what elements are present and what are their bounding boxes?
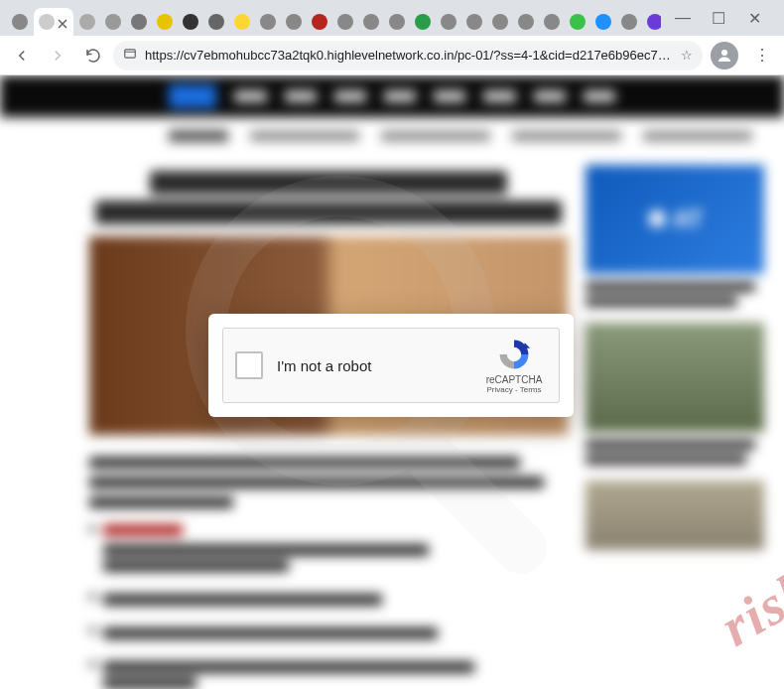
browser-toolbar: https://cv7ebmohubcc73a2tqk0.highlevelne… [0, 36, 784, 75]
sidebar-card: ✽ AT [586, 165, 764, 307]
tab[interactable] [333, 8, 357, 36]
nav-link [584, 90, 615, 102]
tab-favicon [492, 14, 508, 30]
tab[interactable] [437, 8, 460, 36]
url-text: https://cv7ebmohubcc73a2tqk0.highlevelne… [145, 48, 673, 63]
text-line [89, 457, 520, 469]
tab-favicon [621, 14, 637, 30]
bullet-text [103, 657, 568, 689]
headline-line [150, 171, 507, 195]
headline-line [95, 201, 562, 224]
tab[interactable] [411, 8, 435, 36]
reload-button[interactable] [77, 40, 109, 71]
tab-favicon [157, 14, 173, 30]
window-controls: — ☐ ✕ [661, 0, 776, 36]
close-window-button[interactable]: ✕ [740, 4, 768, 32]
tab[interactable] [256, 8, 280, 36]
tab[interactable] [566, 8, 589, 36]
bullet-icon [89, 661, 95, 667]
tab[interactable] [75, 8, 99, 36]
tab[interactable] [179, 8, 202, 36]
bullet-text [103, 522, 568, 576]
tab-favicon [131, 14, 147, 30]
trending-item [250, 131, 359, 141]
tab[interactable] [359, 8, 383, 36]
tab[interactable] [488, 8, 512, 36]
browser-menu-button[interactable]: ⋮ [746, 40, 778, 71]
text-line [586, 282, 755, 292]
tab[interactable] [591, 8, 615, 36]
bookmark-star-icon[interactable]: ☆ [681, 48, 693, 63]
maximize-button[interactable]: ☐ [705, 4, 732, 32]
tag [103, 524, 183, 536]
tab[interactable] [153, 8, 177, 36]
tab[interactable] [230, 8, 254, 36]
captcha-checkbox[interactable] [235, 351, 263, 379]
bullet-text [103, 590, 568, 610]
text-line [103, 627, 438, 639]
text-line [103, 677, 196, 689]
tab[interactable] [101, 8, 125, 36]
tab-favicon [105, 14, 121, 30]
site-logo [169, 84, 216, 108]
sidebar-column: ✽ AT [586, 165, 764, 689]
text-line [586, 455, 746, 465]
text-line [586, 297, 737, 307]
sidebar-image [586, 481, 764, 550]
profile-avatar[interactable] [711, 42, 738, 69]
bullet-text [103, 623, 568, 643]
address-bar[interactable]: https://cv7ebmohubcc73a2tqk0.highlevelne… [113, 41, 703, 70]
text-line [103, 594, 382, 606]
browser-titlebar: + — ☐ ✕ [0, 0, 784, 36]
recaptcha-icon [496, 337, 532, 372]
text-line [103, 560, 289, 572]
tab-favicon [595, 14, 611, 30]
minimize-button[interactable]: — [669, 4, 697, 32]
trending-item [381, 131, 490, 141]
captcha-terms-link[interactable]: Terms [520, 385, 542, 394]
list-item [89, 623, 568, 643]
bullet-icon [89, 526, 95, 532]
tab[interactable] [308, 8, 331, 36]
tab[interactable] [204, 8, 228, 36]
tab[interactable] [617, 8, 641, 36]
close-icon[interactable] [57, 16, 68, 28]
sidebar-card [586, 481, 764, 550]
tab-favicon [312, 14, 327, 30]
text-line [103, 661, 474, 673]
tab-favicon [647, 14, 661, 30]
site-info-icon[interactable] [123, 47, 137, 64]
svg-rect-0 [125, 50, 136, 58]
captcha-card: I'm not a robot reCAPTCHA Privacy - Term… [208, 314, 574, 417]
tab[interactable] [462, 8, 486, 36]
forward-button[interactable] [42, 40, 73, 71]
tab-favicon [544, 14, 560, 30]
tab-active[interactable] [34, 8, 73, 36]
text-line [89, 496, 233, 508]
back-button[interactable] [6, 40, 38, 71]
tab[interactable] [643, 8, 661, 36]
tab[interactable] [282, 8, 306, 36]
trending-label [169, 130, 228, 142]
sidebar-image [586, 323, 764, 432]
tab[interactable] [385, 8, 409, 36]
list-item [89, 657, 568, 689]
tab-favicon [570, 14, 586, 30]
tab-favicon [183, 14, 198, 30]
tab-favicon [441, 14, 457, 30]
site-topnav [0, 75, 784, 117]
captcha-privacy-link[interactable]: Privacy [487, 385, 513, 394]
tab[interactable] [8, 8, 32, 36]
tab-favicon [286, 14, 302, 30]
captcha-badge: reCAPTCHA Privacy - Terms [481, 337, 547, 394]
bullet-icon [89, 594, 95, 600]
nav-link [483, 90, 515, 102]
list-item [89, 522, 568, 576]
trending-row [0, 117, 784, 155]
nav-link [434, 90, 465, 102]
captcha-widget: I'm not a robot reCAPTCHA Privacy - Term… [222, 328, 560, 403]
tab[interactable] [540, 8, 564, 36]
tab[interactable] [127, 8, 151, 36]
tab[interactable] [514, 8, 538, 36]
text-line [89, 477, 544, 488]
